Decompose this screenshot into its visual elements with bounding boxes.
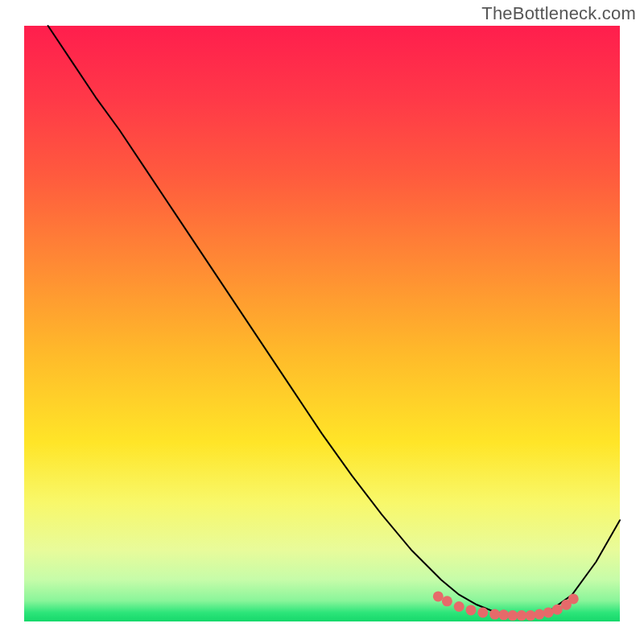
optimal-dot xyxy=(477,607,488,617)
optimal-dot xyxy=(498,609,509,620)
optimal-dot xyxy=(543,607,554,617)
optimal-dot xyxy=(489,609,500,620)
bottleneck-chart xyxy=(0,0,644,644)
optimal-dot xyxy=(516,610,526,621)
optimal-dot xyxy=(442,596,452,606)
optimal-dot xyxy=(507,610,518,621)
optimal-dot xyxy=(454,601,464,612)
optimal-dot xyxy=(433,591,444,601)
gradient-background xyxy=(24,26,620,621)
optimal-dot xyxy=(535,609,545,620)
optimal-dot xyxy=(552,605,563,615)
optimal-dot xyxy=(526,610,536,621)
optimal-dot xyxy=(568,593,579,604)
optimal-dot xyxy=(466,605,477,615)
